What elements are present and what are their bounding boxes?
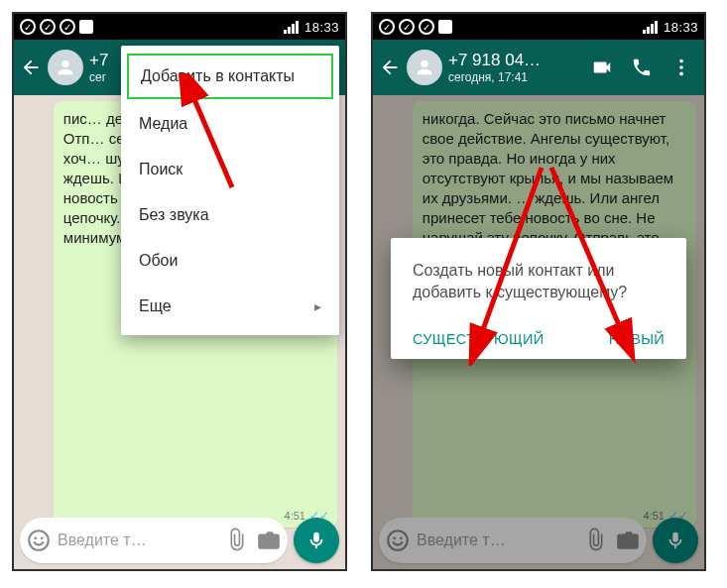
notification-icon: ✓ [399, 19, 415, 35]
notification-icon: ✓ [20, 19, 36, 35]
signal-icon [284, 21, 299, 34]
svg-point-6 [679, 72, 683, 76]
status-bar: ✓ ✓ ✓ 18:33 [373, 14, 704, 40]
chevron-right-icon: ▸ [314, 298, 321, 314]
back-icon[interactable] [20, 57, 42, 78]
chat-subtitle: сегодня, 17:41 [448, 70, 585, 84]
emoji-icon[interactable] [26, 528, 52, 553]
camera-icon[interactable] [256, 528, 282, 553]
menu-more-label: Еще [139, 297, 172, 315]
avatar[interactable] [407, 50, 442, 85]
dialog-text: Создать новый контакт или добавить к сущ… [413, 260, 665, 303]
svg-point-2 [41, 536, 44, 539]
notification-icon [438, 20, 452, 34]
menu-wallpaper[interactable]: Обои [121, 238, 339, 284]
mic-button[interactable] [294, 518, 339, 563]
status-bar: ✓ ✓ ✓ 18:33 [14, 14, 345, 40]
menu-more[interactable]: Еще ▸ [121, 284, 339, 329]
more-icon[interactable] [670, 57, 692, 78]
notification-icon: ✓ [379, 19, 395, 35]
dialog-existing-button[interactable]: СУЩЕСТВУЮЩИЙ [413, 331, 544, 347]
input-bar: Введите т… [20, 518, 339, 563]
status-clock: 18:33 [664, 20, 698, 35]
menu-search[interactable]: Поиск [121, 147, 339, 192]
back-icon[interactable] [379, 57, 401, 78]
screenshot-right: ✓ ✓ ✓ 18:33 +7 918 04… сегодня, 17:41 [371, 12, 706, 571]
videocall-icon[interactable] [591, 57, 613, 78]
svg-point-0 [29, 530, 49, 550]
notification-icon: ✓ [60, 19, 75, 35]
message-input[interactable]: Введите т… [58, 531, 218, 549]
overflow-menu: Добавить в контакты Медиа Поиск Без звук… [121, 46, 339, 335]
svg-point-1 [34, 536, 37, 539]
menu-media[interactable]: Медиа [121, 101, 339, 147]
call-icon[interactable] [631, 57, 653, 78]
menu-mute[interactable]: Без звука [121, 192, 339, 238]
notification-icon: ✓ [40, 19, 56, 35]
chat-header[interactable]: +7 918 04… сегодня, 17:41 [373, 40, 704, 95]
avatar[interactable] [48, 50, 83, 85]
chat-title: +7 918 04… [448, 51, 585, 70]
attach-icon[interactable] [224, 528, 250, 553]
screenshot-left: ✓ ✓ ✓ 18:33 +7 сег п [12, 12, 347, 571]
dialog-new-button[interactable]: НОВЫЙ [609, 331, 665, 347]
menu-add-to-contacts[interactable]: Добавить в контакты [127, 54, 333, 99]
status-clock: 18:33 [304, 20, 339, 35]
add-contact-dialog: Создать новый контакт или добавить к сущ… [391, 238, 686, 359]
signal-icon [643, 21, 658, 34]
svg-point-4 [679, 59, 683, 63]
notification-icon [79, 20, 93, 34]
svg-point-5 [679, 65, 683, 69]
notification-icon: ✓ [419, 19, 434, 35]
